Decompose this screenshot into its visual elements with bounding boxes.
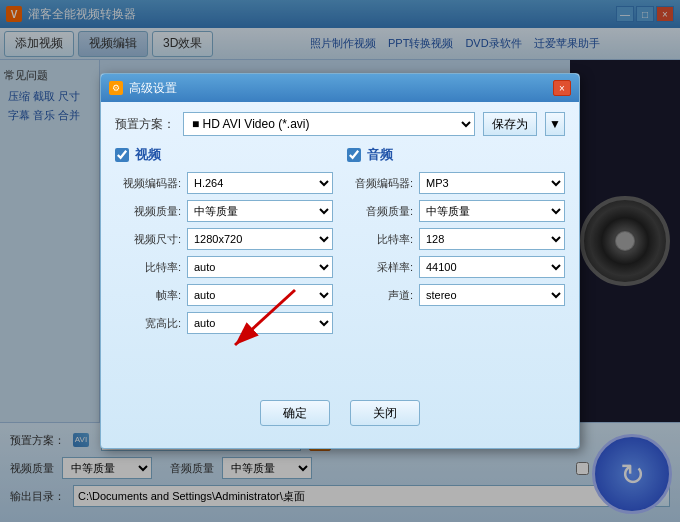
svg-line-1 bbox=[235, 290, 295, 345]
audio-channel-label: 声道: bbox=[347, 288, 419, 303]
video-checkbox[interactable] bbox=[115, 148, 129, 162]
preset-row: 预置方案： ■ HD AVI Video (*.avi) 保存为 ▼ bbox=[115, 112, 565, 136]
dialog-preset-label: 预置方案： bbox=[115, 116, 175, 133]
audio-quality-row: 音频质量: 中等质量 bbox=[347, 200, 565, 222]
dialog-overlay: ⚙ 高级设置 × 预置方案： ■ HD AVI Video (*.avi) 保存… bbox=[0, 0, 680, 522]
arrow-container bbox=[115, 340, 565, 390]
audio-checkbox[interactable] bbox=[347, 148, 361, 162]
save-preset-arrow[interactable]: ▼ bbox=[545, 112, 565, 136]
dialog-title: 高级设置 bbox=[129, 80, 553, 97]
video-size-select[interactable]: 1280x720 bbox=[187, 228, 333, 250]
video-quality-field-label: 视频质量: bbox=[115, 204, 187, 219]
dialog-footer: 确定 关闭 bbox=[115, 390, 565, 438]
video-size-label: 视频尺寸: bbox=[115, 232, 187, 247]
audio-bitrate-label: 比特率: bbox=[347, 232, 419, 247]
video-size-row: 视频尺寸: 1280x720 bbox=[115, 228, 333, 250]
audio-channel-row: 声道: stereo bbox=[347, 284, 565, 306]
video-bitrate-row: 比特率: auto bbox=[115, 256, 333, 278]
audio-channel-select[interactable]: stereo bbox=[419, 284, 565, 306]
dialog-close-x-btn[interactable]: × bbox=[553, 80, 571, 96]
audio-title: 音频 bbox=[367, 146, 393, 164]
dialog-columns: 视频 视频编码器: H.264 视频质量: 中等质量 bbox=[115, 146, 565, 340]
advanced-settings-dialog: ⚙ 高级设置 × 预置方案： ■ HD AVI Video (*.avi) 保存… bbox=[100, 73, 580, 449]
video-bitrate-select[interactable]: auto bbox=[187, 256, 333, 278]
audio-bitrate-row: 比特率: 128 bbox=[347, 228, 565, 250]
video-codec-label: 视频编码器: bbox=[115, 176, 187, 191]
audio-column: 音频 音频编码器: MP3 音频质量: 中等质量 bbox=[347, 146, 565, 340]
audio-quality-field-label: 音频质量: bbox=[347, 204, 419, 219]
video-quality-field-select[interactable]: 中等质量 bbox=[187, 200, 333, 222]
dialog-body: 预置方案： ■ HD AVI Video (*.avi) 保存为 ▼ 视频 bbox=[101, 102, 579, 448]
dialog-preset-select[interactable]: ■ HD AVI Video (*.avi) bbox=[183, 112, 475, 136]
audio-header: 音频 bbox=[347, 146, 565, 164]
audio-samplerate-label: 采样率: bbox=[347, 260, 419, 275]
video-bitrate-label: 比特率: bbox=[115, 260, 187, 275]
main-window: V 灌客全能视频转换器 — □ × 添加视频 视频编辑 3D效果 照片制作视频 … bbox=[0, 0, 680, 522]
audio-codec-select[interactable]: MP3 bbox=[419, 172, 565, 194]
dialog-titlebar: ⚙ 高级设置 × bbox=[101, 74, 579, 102]
audio-samplerate-select[interactable]: 44100 bbox=[419, 256, 565, 278]
audio-quality-field-select[interactable]: 中等质量 bbox=[419, 200, 565, 222]
video-title: 视频 bbox=[135, 146, 161, 164]
audio-codec-row: 音频编码器: MP3 bbox=[347, 172, 565, 194]
video-codec-select[interactable]: H.264 bbox=[187, 172, 333, 194]
video-header: 视频 bbox=[115, 146, 333, 164]
dialog-title-icon: ⚙ bbox=[109, 81, 123, 95]
video-aspect-label: 宽高比: bbox=[115, 316, 187, 331]
audio-bitrate-select[interactable]: 128 bbox=[419, 228, 565, 250]
red-arrow-annotation bbox=[215, 280, 335, 360]
dialog-close-btn[interactable]: 关闭 bbox=[350, 400, 420, 426]
save-preset-btn[interactable]: 保存为 bbox=[483, 112, 537, 136]
dialog-ok-btn[interactable]: 确定 bbox=[260, 400, 330, 426]
audio-codec-label: 音频编码器: bbox=[347, 176, 419, 191]
video-codec-row: 视频编码器: H.264 bbox=[115, 172, 333, 194]
video-quality-row: 视频质量: 中等质量 bbox=[115, 200, 333, 222]
audio-samplerate-row: 采样率: 44100 bbox=[347, 256, 565, 278]
video-fps-label: 帧率: bbox=[115, 288, 187, 303]
